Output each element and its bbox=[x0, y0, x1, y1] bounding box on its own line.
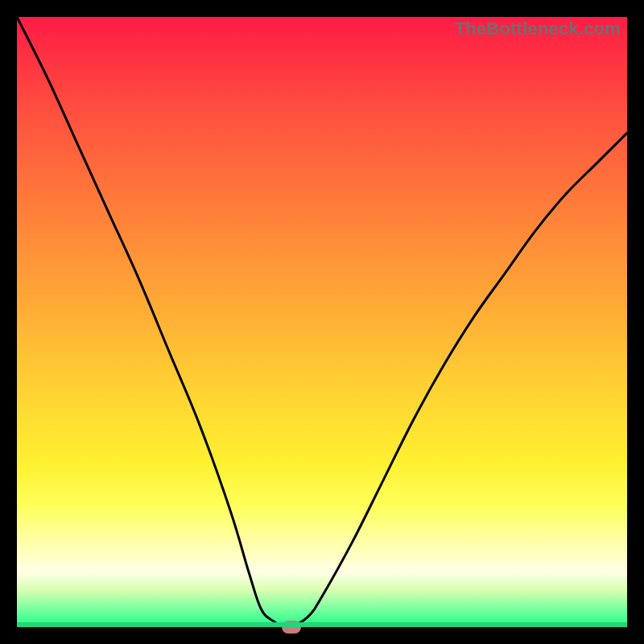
curve-path bbox=[17, 17, 627, 627]
baseline-strip bbox=[17, 622, 627, 627]
chart-frame: TheBottleneck.com bbox=[17, 17, 627, 627]
bottleneck-curve bbox=[17, 17, 627, 627]
